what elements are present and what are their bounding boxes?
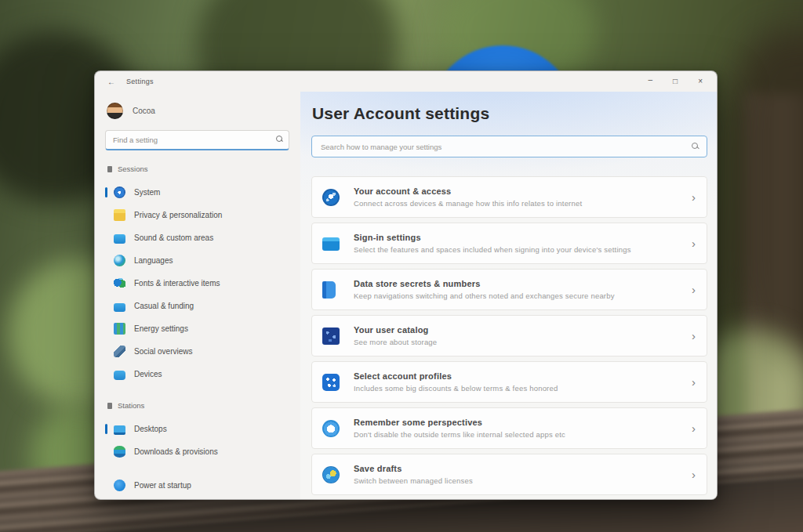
page-title: User Account settings xyxy=(312,104,707,123)
row-description: Keep navigations switching and others no… xyxy=(354,291,615,300)
settings-row-perspectives[interactable]: Remember some perspectives Don't disable… xyxy=(311,407,707,449)
pen-icon xyxy=(114,346,125,357)
user-profile[interactable]: Cocoa xyxy=(107,103,289,119)
sidebar-item-label: Casual & funding xyxy=(134,302,194,310)
row-title: Save drafts xyxy=(354,464,473,473)
section-icon xyxy=(107,166,112,172)
gear-icon xyxy=(114,186,125,198)
sidebar-item-label: Power at startup xyxy=(134,481,191,490)
grid-icon xyxy=(114,323,125,335)
row-title: Remember some perspectives xyxy=(354,418,565,427)
sidebar-item-label: Energy settings xyxy=(134,324,188,333)
row-title: Data store secrets & numbers xyxy=(354,279,615,288)
sidebar-item-fonts[interactable]: Fonts & interactive items xyxy=(105,272,289,295)
sidebar-item-desktops[interactable]: Desktops xyxy=(105,418,289,440)
main-pane: User Account settings Your account & acc… xyxy=(300,92,717,499)
row-description: Includes some big discounts & below term… xyxy=(354,384,558,393)
sidebar-search xyxy=(105,130,289,150)
settings-row-data[interactable]: Data store secrets & numbers Keep naviga… xyxy=(311,269,707,310)
close-button[interactable]: × xyxy=(698,78,703,85)
display-icon xyxy=(114,234,125,244)
chevron-right-icon: › xyxy=(684,375,696,389)
selected-indicator xyxy=(105,187,107,197)
book-icon xyxy=(322,281,336,299)
settings-row-account[interactable]: Your account & access Connect across dev… xyxy=(311,176,707,218)
titlebar[interactable]: ← Settings – □ × xyxy=(95,71,717,92)
bird-globe-icon xyxy=(322,466,340,483)
row-title: Sign-in settings xyxy=(354,233,631,242)
settings-row-profiles[interactable]: Select account profiles Includes some bi… xyxy=(311,361,707,403)
back-icon[interactable]: ← xyxy=(107,78,115,86)
sidebar-item-sound[interactable]: Sound & custom areas xyxy=(105,226,289,249)
sidebar-item-languages[interactable]: Languages xyxy=(105,249,289,272)
sidebar-item-label: Languages xyxy=(134,256,173,265)
sidebar-item-system[interactable]: System xyxy=(105,181,289,204)
pixel-square-icon xyxy=(322,328,340,345)
settings-row-signin[interactable]: Sign-in settings Select the features and… xyxy=(311,223,707,264)
sidebar-item-label: System xyxy=(134,188,160,197)
sidebar-item-power[interactable]: Power at startup xyxy=(105,474,289,497)
sidebar-search-input[interactable] xyxy=(105,130,289,150)
search-icon xyxy=(276,136,282,142)
chevron-right-icon: › xyxy=(684,237,696,250)
sidebar-item-energy[interactable]: Energy settings xyxy=(105,317,289,340)
sidebar-section-header: Sessions xyxy=(107,165,289,173)
monitor-icon xyxy=(114,425,125,435)
selected-indicator xyxy=(105,424,107,434)
sidebar-item-devices[interactable]: Devices xyxy=(105,363,289,385)
signin-panel-icon xyxy=(322,237,340,251)
section-label: Stations xyxy=(118,401,144,410)
dots-square-icon xyxy=(322,374,340,391)
bokeh-blob xyxy=(729,31,803,360)
sidebar-item-downloads[interactable]: Downloads & provisions xyxy=(105,440,289,463)
screenshot-canvas: ← Settings – □ × Cocoa Sessions xyxy=(0,0,803,532)
caption-buttons: – □ × xyxy=(649,78,709,85)
cloud-circle-icon xyxy=(322,420,340,437)
settings-row-drafts[interactable]: Save drafts Switch between managed licen… xyxy=(311,454,707,495)
chevron-right-icon: › xyxy=(684,190,696,204)
section-icon xyxy=(107,403,112,409)
panel-icon xyxy=(114,303,125,312)
row-title: Your account & access xyxy=(354,186,582,196)
sidebar-item-social[interactable]: Social overviews xyxy=(105,340,289,363)
section-label: Sessions xyxy=(118,165,148,173)
chevron-right-icon: › xyxy=(684,283,696,296)
sidebar-item-label: Sound & custom areas xyxy=(134,233,213,242)
sidebar-item-label: Downloads & provisions xyxy=(134,447,218,456)
folder-icon xyxy=(114,209,125,221)
chevron-right-icon: › xyxy=(684,329,696,342)
maximize-button[interactable]: □ xyxy=(673,78,678,85)
database-icon xyxy=(114,446,125,458)
window-title: Settings xyxy=(126,78,154,85)
user-name: Cocoa xyxy=(133,107,155,115)
settings-row-catalog[interactable]: Your user catalog See more about storage… xyxy=(311,315,707,356)
people-icon xyxy=(114,277,125,289)
main-search xyxy=(311,136,707,157)
sidebar-item-label: Fonts & interactive items xyxy=(134,279,220,288)
row-description: Don't disable the outside terms like int… xyxy=(354,430,565,439)
search-icon xyxy=(692,143,699,150)
minimize-button[interactable]: – xyxy=(649,76,653,84)
globe-icon xyxy=(114,255,125,266)
sidebar: Cocoa Sessions System Privacy & personal… xyxy=(95,92,300,499)
sidebar-item-label: Privacy & personalization xyxy=(134,211,222,219)
sidebar-item-casual[interactable]: Casual & funding xyxy=(105,295,289,317)
chevron-right-icon: › xyxy=(684,468,696,481)
user-avatar xyxy=(107,103,123,119)
sidebar-section-header: Stations xyxy=(107,401,289,410)
row-description: Switch between managed licenses xyxy=(354,476,473,485)
settings-window: ← Settings – □ × Cocoa Sessions xyxy=(94,71,718,500)
main-search-input[interactable] xyxy=(311,136,707,157)
row-description: Select the features and spaces included … xyxy=(354,245,631,254)
account-gear-icon xyxy=(322,189,340,206)
chat-icon xyxy=(114,371,125,380)
sidebar-item-label: Devices xyxy=(134,370,162,378)
row-title: Your user catalog xyxy=(354,325,437,335)
chevron-right-icon: › xyxy=(684,422,696,435)
row-description: See more about storage xyxy=(354,338,437,346)
sidebar-item-privacy[interactable]: Privacy & personalization xyxy=(105,204,289,226)
row-description: Connect across devices & manage how this… xyxy=(354,199,582,208)
sidebar-item-label: Social overviews xyxy=(134,347,192,356)
sidebar-item-label: Desktops xyxy=(134,425,167,433)
row-title: Select account profiles xyxy=(354,371,558,381)
